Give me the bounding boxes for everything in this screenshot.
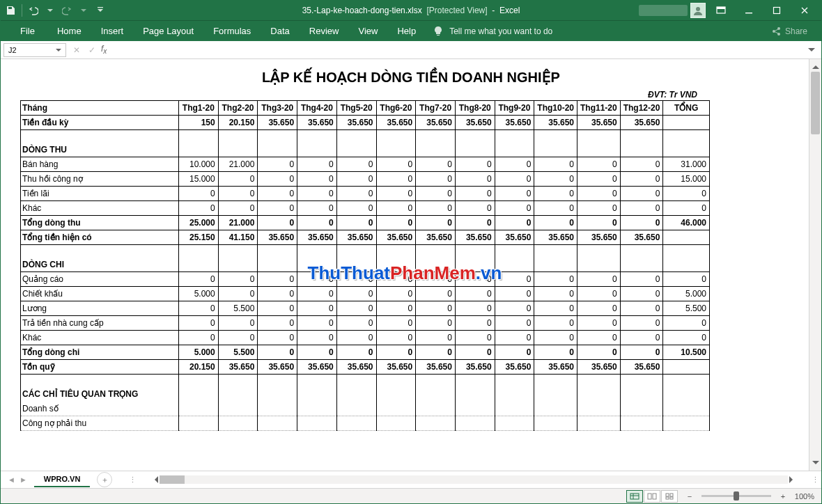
tab-home[interactable]: Home [47, 22, 91, 40]
svg-point-1 [696, 7, 700, 11]
section-outflows: DÒNG CHI [21, 258, 710, 272]
account-avatar-icon[interactable] [690, 3, 706, 18]
save-icon[interactable] [5, 5, 16, 16]
sheet-tab-active[interactable]: WPRO.VN [34, 472, 91, 487]
ribbon-tabs: File Home Insert Page Layout Formulas Da… [1, 20, 821, 41]
zoom-out-button[interactable]: − [685, 492, 695, 501]
page-layout-view-button[interactable] [644, 490, 660, 503]
row-advertising: Quảng cáo0000000000000 [21, 272, 710, 287]
sheet-nav-first-icon[interactable]: ◄ [8, 475, 15, 484]
row-supplier: Trả tiền nhà cung cấp0000000000000 [21, 316, 710, 331]
row-cash-available: Tổng tiền hiện có25.15041.15035.65035.65… [21, 230, 710, 245]
row-other-out: Khác0000000000000 [21, 331, 710, 345]
svg-rect-15 [670, 494, 673, 496]
formula-input[interactable] [111, 43, 805, 57]
qat-customize-icon[interactable] [95, 5, 106, 16]
close-button[interactable] [792, 2, 817, 19]
document-title: LẬP KẾ HOẠCH DÒNG TIỀN DOANH NGHIỆP [20, 69, 802, 86]
row-opening-balance: Tiền đầu kỳ15020.15035.65035.65035.65035… [21, 116, 710, 130]
svg-rect-9 [630, 494, 639, 499]
chevron-down-icon [56, 47, 61, 53]
svg-rect-3 [717, 7, 725, 9]
svg-rect-14 [666, 494, 669, 496]
table-header-row: Tháng Thg1-20Thg2-20Thg3-20Thg4-20Thg5-2… [21, 101, 710, 116]
normal-view-button[interactable] [626, 490, 643, 503]
tab-view[interactable]: View [348, 22, 387, 40]
zoom-level[interactable]: 100% [795, 492, 814, 501]
svg-point-7 [773, 30, 775, 33]
formula-bar-expand-icon[interactable] [805, 45, 819, 55]
row-cong-no: Công nợ phải thu [21, 416, 710, 431]
row-other-in: Khác0000000000000 [21, 201, 710, 216]
tab-file[interactable]: File [13, 22, 47, 40]
worksheet-area[interactable]: LẬP KẾ HOẠCH DÒNG TIỀN DOANH NGHIỆP ĐVT:… [1, 59, 809, 471]
svg-rect-12 [648, 494, 651, 499]
tab-data[interactable]: Data [261, 22, 299, 40]
account-name[interactable] [639, 5, 688, 16]
tab-insert[interactable]: Insert [91, 22, 134, 40]
formula-bar-row: J2 ✕ ✓ fx [1, 41, 821, 59]
tell-me-search[interactable]: Tell me what you want to do [433, 26, 552, 37]
row-sales: Bán hàng10.00021.000000000000031.000 [21, 157, 710, 172]
section-kpi: CÁC CHỈ TIÊU QUAN TRỌNG [21, 387, 710, 402]
row-interest: Tiền lãi0000000000000 [21, 187, 710, 201]
quick-access-toolbar [5, 4, 106, 17]
horizontal-scrollbar[interactable] [143, 474, 805, 485]
vertical-scrollbar[interactable] [809, 59, 821, 471]
window-title: 35.-Lap-ke-hoach-dong-tien.xlsx [Protect… [302, 6, 520, 15]
zoom-in-button[interactable]: + [778, 492, 788, 501]
svg-rect-0 [98, 7, 103, 8]
new-sheet-button[interactable]: ＋ [97, 472, 112, 487]
titlebar: 35.-Lap-ke-hoach-dong-tien.xlsx [Protect… [1, 1, 821, 20]
chevron-down-icon[interactable] [45, 5, 56, 16]
svg-rect-5 [774, 8, 780, 14]
svg-rect-17 [670, 497, 673, 499]
row-salary: Lương05.50000000000005.500 [21, 301, 710, 316]
status-bar: − + 100% [1, 488, 821, 503]
row-closing-balance: Tồn quỹ20.15035.65035.65035.65035.65035.… [21, 360, 710, 375]
row-total-out: Tổng dòng chi5.0005.500000000000010.500 [21, 345, 710, 360]
sheet-nav-last-icon[interactable]: ► [20, 475, 27, 484]
tab-help[interactable]: Help [387, 22, 426, 40]
tab-formulas[interactable]: Formulas [203, 22, 261, 40]
svg-rect-13 [653, 494, 656, 499]
cashflow-table: Tháng Thg1-20Thg2-20Thg3-20Thg4-20Thg5-2… [20, 100, 710, 431]
enter-formula-icon[interactable]: ✓ [84, 43, 100, 57]
fx-icon[interactable]: fx [101, 44, 107, 55]
tab-resize-handle[interactable]: ⋮ [126, 475, 139, 485]
svg-rect-4 [745, 13, 752, 13]
redo-icon[interactable] [61, 5, 72, 16]
row-total-in: Tổng dòng thu25.00021.000000000000046.00… [21, 216, 710, 230]
row-receivables: Thu hồi công nợ15.0000000000000015.000 [21, 172, 710, 187]
tab-review[interactable]: Review [300, 22, 349, 40]
lightbulb-icon [433, 26, 444, 37]
share-button[interactable]: Share [771, 26, 807, 36]
maximize-button[interactable] [764, 2, 789, 19]
section-inflows: DÒNG THU [21, 143, 710, 157]
tab-page-layout[interactable]: Page Layout [133, 22, 203, 40]
undo-icon[interactable] [28, 5, 39, 16]
chevron-down-icon[interactable] [78, 5, 89, 16]
ribbon-display-options-icon[interactable] [708, 2, 734, 19]
minimize-button[interactable] [736, 2, 761, 19]
unit-label: ĐVT: Tr VND [20, 90, 697, 100]
row-doanh-so: Doanh số [21, 402, 710, 416]
svg-rect-16 [666, 497, 669, 499]
sheet-tab-bar: ◄ ► WPRO.VN ＋ ⋮ ⋮ [1, 471, 821, 488]
cancel-formula-icon[interactable]: ✕ [69, 43, 84, 57]
name-box[interactable]: J2 [3, 43, 66, 57]
zoom-slider[interactable] [701, 495, 771, 497]
hscroll-resize-handle[interactable]: ⋮ [809, 475, 821, 485]
page-break-view-button[interactable] [661, 490, 678, 503]
row-discount: Chiết khấu5.000000000000005.000 [21, 287, 710, 301]
share-icon [771, 26, 781, 36]
